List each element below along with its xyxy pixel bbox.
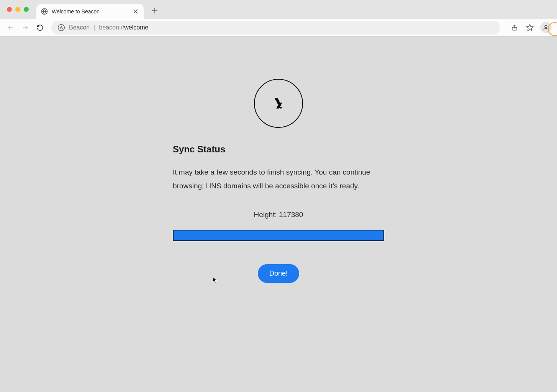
star-icon[interactable] xyxy=(525,23,535,33)
height-value: 117380 xyxy=(279,211,303,219)
back-button[interactable] xyxy=(5,22,16,33)
browser-chrome: Welcome to Beacon xyxy=(0,0,557,37)
reload-button[interactable] xyxy=(34,22,45,33)
forward-button[interactable] xyxy=(20,22,31,33)
tab-bar: Welcome to Beacon xyxy=(0,0,557,19)
done-button[interactable]: Done! xyxy=(258,264,299,283)
page-title: Sync Status xyxy=(173,144,384,155)
address-divider: | xyxy=(93,24,95,31)
address-path: welcome xyxy=(124,24,148,31)
page-content: Sync Status It may take a few seconds to… xyxy=(0,37,557,392)
window-close-button[interactable] xyxy=(7,7,12,12)
address-text: Beacon | beacon://welcome xyxy=(69,24,148,31)
svg-marker-3 xyxy=(527,24,533,31)
address-protocol: beacon:// xyxy=(99,24,124,31)
browser-tab[interactable]: Welcome to Beacon xyxy=(36,4,144,19)
browser-toolbar: Beacon | beacon://welcome xyxy=(0,19,557,36)
handshake-logo-icon xyxy=(270,95,287,112)
tab-title: Welcome to Beacon xyxy=(52,8,128,15)
content-block: Sync Status It may take a few seconds to… xyxy=(173,144,384,283)
share-icon[interactable] xyxy=(509,23,519,33)
window-maximize-button[interactable] xyxy=(24,7,29,12)
address-bar[interactable]: Beacon | beacon://welcome xyxy=(51,21,500,34)
height-label: Height: xyxy=(254,211,277,219)
app-logo xyxy=(254,79,303,128)
address-product-name: Beacon xyxy=(69,24,90,31)
globe-icon xyxy=(41,8,48,15)
svg-rect-6 xyxy=(280,107,282,109)
new-tab-button[interactable] xyxy=(149,5,161,16)
svg-point-1 xyxy=(58,24,65,31)
sync-height: Height: 117380 xyxy=(173,211,384,219)
toolbar-right xyxy=(509,22,552,33)
close-icon[interactable] xyxy=(132,8,139,15)
site-icon xyxy=(57,24,65,31)
window-minimize-button[interactable] xyxy=(15,7,20,12)
sync-progress-bar xyxy=(173,230,384,241)
window-controls xyxy=(7,7,29,12)
sync-description: It may take a few seconds to finish sync… xyxy=(173,165,384,193)
svg-point-4 xyxy=(545,25,547,28)
